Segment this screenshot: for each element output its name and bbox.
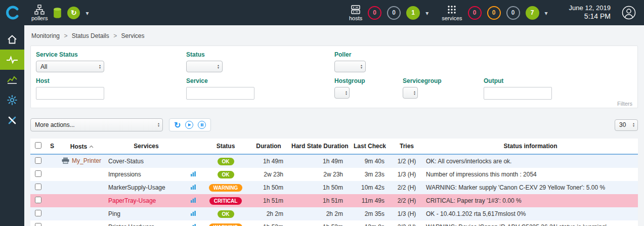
row-state-cell [46,194,59,207]
services-critical-counter[interactable]: 0 [468,6,482,20]
performance-graph-icon [7,75,18,85]
hosts-down-counter[interactable]: 0 [368,6,381,20]
hosts-unreachable-counter[interactable]: 0 [387,6,401,20]
status-information-cell: Number of impressions this month : 2054 [423,168,638,181]
services-table-wrap: S Hosts Services Status Duration Hard St… [30,139,638,226]
output-input[interactable] [484,87,552,100]
service-link[interactable]: PaperTray-Usage [108,197,156,204]
table-header-row: S Hosts Services Status Duration Hard St… [30,139,638,154]
column-header-status-information[interactable]: Status information [423,139,638,154]
host-input[interactable] [36,87,104,100]
sidebar-item-administration[interactable] [0,110,24,130]
user-menu[interactable] [622,6,636,20]
last-check-cell: 13m 8s [349,220,391,226]
user-icon [622,6,636,20]
tries-cell: 2/2 (H) [391,220,423,226]
sidebar-item-configuration[interactable] [0,90,24,110]
gear-icon [7,95,17,105]
graph-icon[interactable] [190,224,196,226]
poller-status-ok-icon [67,7,80,19]
breadcrumb-services: Services [121,32,144,39]
service-status-label: Service Status [36,51,186,58]
graph-icon[interactable] [190,198,196,205]
status-information-cell: WARNING: Device 'Canon iR-ADV C5235 36.2… [423,220,638,226]
services-chevron-down-icon[interactable] [545,8,548,17]
graph-icon[interactable] [190,211,196,218]
refresh-icon[interactable] [174,120,181,130]
service-label: Service [186,77,334,84]
current-date: June 12, 2019 [569,4,611,12]
column-header-hard-state-duration[interactable]: Hard State Duration [289,139,349,154]
hosts-up-counter[interactable]: 1 [406,6,420,20]
graph-icon[interactable] [190,185,196,192]
poller-select[interactable] [334,61,366,72]
services-unknown-counter[interactable]: 0 [506,6,520,20]
status-information-cell: OK - 10.40.1.202 rta 5,617mslost 0% [423,207,638,220]
services-ok-counter[interactable]: 7 [526,6,539,20]
service-link[interactable]: Impressions [108,171,141,178]
tries-cell: 1/3 (H) [391,168,423,181]
status-select[interactable] [186,61,223,72]
column-header-s[interactable]: S [46,139,59,154]
table-row: Impressions OK 2w 23h 2w 23h 3m 23s 1/3 … [30,168,638,181]
service-link[interactable]: MarkerSupply-Usage [108,184,165,191]
sidebar-item-monitoring[interactable] [0,50,24,70]
services-menu[interactable]: services [442,5,462,21]
services-label: services [442,15,462,21]
servicegroup-select[interactable] [403,87,418,99]
service-link[interactable]: Ping [108,210,120,217]
row-checkbox[interactable] [35,223,41,226]
sidebar-item-reporting[interactable] [0,70,24,90]
breadcrumb-monitoring[interactable]: Monitoring [31,32,60,39]
row-checkbox[interactable] [35,170,41,177]
column-header-duration[interactable]: Duration [248,139,289,154]
table-row: PaperTray-Usage CRITICAL 1h 51m 1h 51m 1… [30,194,638,207]
duration-cell: 2h 2m [248,207,289,220]
hostgroup-label: Hostgroup [334,77,403,84]
centreon-logo-icon [5,5,20,20]
play-icon[interactable] [185,121,193,129]
breadcrumb-status-details[interactable]: Status Details [72,32,109,39]
row-checkbox[interactable] [35,210,41,216]
column-header-tries[interactable]: Tries [391,139,423,154]
pollers-chevron-down-icon[interactable] [85,8,89,17]
row-state-cell [46,181,59,194]
services-icon [447,5,457,15]
hosts-menu[interactable]: hosts [349,5,362,21]
row-state-cell [46,168,59,181]
graph-icon[interactable] [190,171,196,178]
sidebar-item-home[interactable] [0,29,24,50]
pollers-menu[interactable]: pollers [31,5,48,21]
service-input[interactable] [186,87,254,100]
database-icon [53,8,62,18]
column-header-services[interactable]: Services [105,139,187,154]
hostgroup-select[interactable] [334,87,350,99]
rows-per-page-select[interactable]: 30 [615,119,638,131]
filter-panel: Service Status All Status Poller Host [30,46,638,108]
pollers-icon [34,5,45,15]
centreon-logo[interactable] [0,5,24,20]
select-all-checkbox[interactable] [35,142,41,149]
row-checkbox[interactable] [35,184,41,190]
column-header-hosts[interactable]: Hosts [59,139,105,154]
refresh-controls [169,118,211,131]
row-checkbox[interactable] [35,197,41,203]
column-header-last-check[interactable]: Last Check [349,139,391,154]
service-status-select[interactable]: All [36,61,104,72]
service-status-value: All [40,63,47,70]
services-warning-counter[interactable]: 0 [487,6,501,20]
status-badge: OK [218,171,234,178]
breadcrumb: Monitoring > Status Details > Services [30,25,638,39]
more-actions-select[interactable]: More actions... [30,118,163,131]
column-header-status[interactable]: Status [203,139,248,154]
host-link[interactable]: My_Printer [72,157,101,164]
pause-icon[interactable] [198,121,206,129]
hosts-chevron-down-icon[interactable] [425,8,428,17]
row-checkbox[interactable] [35,157,41,164]
hard-state-duration-cell: 1h 51m [289,194,349,207]
service-link[interactable]: Printer-Hardware [108,223,154,226]
actions-toolbar: More actions... 30 [30,118,638,131]
service-link[interactable]: Cover-Status [108,158,144,165]
hard-state-duration-cell: 2w 23h [289,168,349,181]
last-check-cell: 11m 49s [349,194,391,207]
